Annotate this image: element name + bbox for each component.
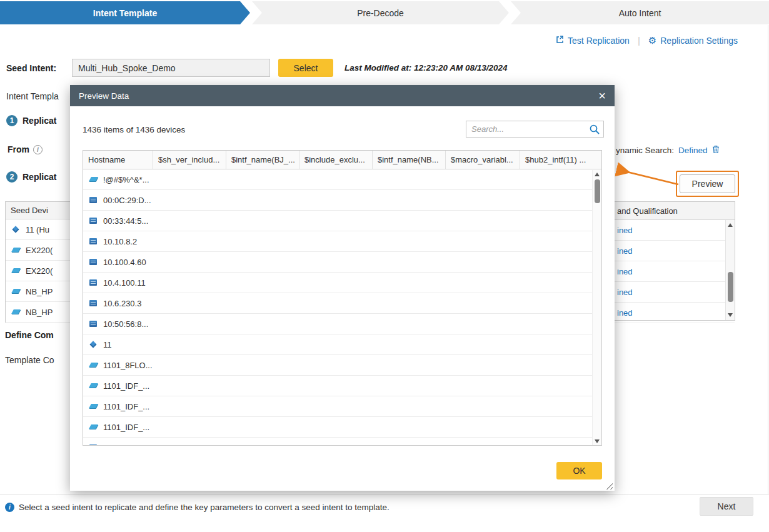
- dynamic-search-row: ynamic Search: Defined: [616, 145, 720, 156]
- stack-device-icon: [88, 258, 99, 266]
- table-row[interactable]: 10.10.8.2: [83, 231, 601, 252]
- stack-device-icon: [88, 238, 99, 245]
- annotation-arrow: [610, 159, 685, 191]
- table-row[interactable]: 10.4.100.11: [83, 273, 601, 293]
- footer-note-text: Select a seed intent to replicate and de…: [19, 503, 390, 512]
- dialog-resize-handle[interactable]: [606, 483, 613, 489]
- test-replication-link[interactable]: Test Replication: [555, 35, 630, 46]
- switch-device-icon: [88, 382, 99, 389]
- defined-link[interactable]: ined: [617, 267, 633, 276]
- scroll-down-icon[interactable]: [728, 313, 733, 317]
- seed-device-name: EX220(: [26, 246, 53, 255]
- switch-device-icon: [88, 403, 99, 410]
- hostname-cell: 00:0C:29:D...: [103, 196, 151, 205]
- hostname-cell: 11: [103, 340, 112, 349]
- hostname-cell: 1101_IDF_...: [103, 402, 149, 411]
- qualification-table: and Qualification ined ined ined ined in…: [613, 201, 735, 321]
- column-header[interactable]: $macro_variabl...: [446, 151, 520, 169]
- content-right-border: [768, 25, 768, 494]
- stack-device-icon: [88, 320, 99, 328]
- table-row[interactable]: 10.100.4.60: [83, 252, 601, 273]
- scrollbar-thumb[interactable]: [595, 179, 600, 203]
- seed-intent-input[interactable]: [72, 59, 270, 77]
- scrollbar-thumb[interactable]: [728, 272, 733, 302]
- table-row[interactable]: 1101_IDF_...: [83, 396, 601, 417]
- stack-device-icon: [88, 444, 99, 446]
- hostname-cell: 11:22:22:3: [103, 443, 141, 446]
- router-device-icon: [11, 226, 21, 233]
- defined-link[interactable]: ined: [617, 288, 633, 297]
- tab-auto-intent[interactable]: Auto Intent: [511, 1, 769, 24]
- ok-button[interactable]: OK: [556, 462, 602, 479]
- switch-device-icon: [11, 246, 21, 254]
- preview-data-dialog: Preview Data × 1436 items of 1436 device…: [70, 85, 615, 491]
- intent-template-name-label: Intent Templa: [6, 91, 59, 101]
- column-header[interactable]: $intf_name(BJ_...: [226, 151, 299, 169]
- section-1-replication: 1 Replicat: [6, 115, 56, 126]
- table-row[interactable]: 10.6.230.3: [83, 293, 601, 314]
- step-label: Intent Template: [93, 8, 157, 18]
- seed-device-name: NB_HP: [26, 287, 53, 296]
- select-button[interactable]: Select: [278, 59, 333, 77]
- preview-button[interactable]: Preview: [680, 174, 735, 193]
- search-input[interactable]: [466, 121, 584, 137]
- column-header[interactable]: $intf_name(NB...: [373, 151, 446, 169]
- table-row[interactable]: ined: [614, 241, 735, 261]
- table-row[interactable]: ined: [614, 220, 735, 241]
- column-header-hostname[interactable]: Hostname: [83, 151, 153, 169]
- column-header[interactable]: $include_exclu...: [299, 151, 373, 169]
- close-icon[interactable]: ×: [598, 89, 606, 102]
- scrollbar[interactable]: [592, 170, 601, 446]
- table-row[interactable]: ined: [614, 282, 735, 303]
- scroll-down-icon[interactable]: [595, 439, 600, 443]
- switch-device-icon: [11, 267, 21, 274]
- table-row[interactable]: ined: [614, 303, 735, 323]
- scroll-up-icon[interactable]: [595, 173, 600, 176]
- gear-icon: ⚙: [648, 36, 656, 45]
- stack-device-icon: [88, 299, 99, 307]
- hostname-cell: 1101_IDF_...: [103, 381, 149, 391]
- table-row[interactable]: 1101_IDF_...: [83, 376, 601, 396]
- router-device-icon: [88, 341, 99, 348]
- dialog-titlebar[interactable]: Preview Data ×: [70, 85, 615, 106]
- search-icon[interactable]: [589, 124, 600, 138]
- table-row[interactable]: 1101_8FLO...: [83, 355, 601, 376]
- tab-intent-template[interactable]: Intent Template: [0, 1, 250, 24]
- table-row[interactable]: 11:22:22:3: [83, 438, 601, 446]
- table-row[interactable]: 00:33:44:5...: [83, 211, 601, 231]
- seed-intent-label: Seed Intent:: [6, 63, 56, 73]
- column-header[interactable]: $hub2_intf(11) ...: [520, 151, 601, 169]
- table-header-row: Hostname $sh_ver_includ... $intf_name(BJ…: [83, 151, 601, 169]
- table-row[interactable]: !@#$%^&*...: [83, 169, 601, 190]
- scrollbar[interactable]: [725, 220, 735, 320]
- info-icon: i: [5, 503, 14, 512]
- table-row[interactable]: 00:0C:29:D...: [83, 190, 601, 211]
- column-header[interactable]: $sh_ver_includ...: [153, 151, 226, 169]
- hostname-cell: 1101_8FLO...: [103, 361, 153, 370]
- table-row[interactable]: ined: [614, 261, 735, 282]
- stack-device-icon: [88, 217, 99, 224]
- header-actions: Test Replication | ⚙ Replication Setting…: [555, 35, 738, 46]
- toolbar-separator: |: [638, 35, 640, 46]
- dynamic-search-defined-link[interactable]: Defined: [678, 146, 708, 155]
- stack-device-icon: [88, 196, 99, 204]
- hostname-cell: 10.100.4.60: [103, 258, 146, 267]
- defined-link[interactable]: ined: [617, 226, 633, 235]
- seed-device-name: EX220(: [26, 266, 53, 276]
- stack-device-icon: [88, 279, 99, 286]
- preview-devices-table: Hostname $sh_ver_includ... $intf_name(BJ…: [83, 150, 602, 446]
- tab-pre-decode[interactable]: Pre-Decode: [252, 1, 509, 24]
- switch-device-icon: [88, 361, 99, 369]
- replication-settings-link[interactable]: ⚙ Replication Settings: [648, 36, 738, 46]
- next-button[interactable]: Next: [700, 497, 753, 516]
- table-row[interactable]: 11: [83, 334, 601, 355]
- defined-link[interactable]: ined: [617, 308, 633, 318]
- table-row[interactable]: 10:50:56:8...: [83, 314, 601, 334]
- trash-icon[interactable]: [712, 145, 720, 156]
- table-row[interactable]: 1101_IDF_...: [83, 417, 601, 438]
- switch-device-icon: [88, 423, 99, 431]
- defined-link[interactable]: ined: [617, 246, 633, 256]
- hostname-cell: 1101_IDF_...: [103, 423, 149, 432]
- scroll-up-icon[interactable]: [728, 223, 733, 227]
- info-icon: i: [33, 145, 43, 154]
